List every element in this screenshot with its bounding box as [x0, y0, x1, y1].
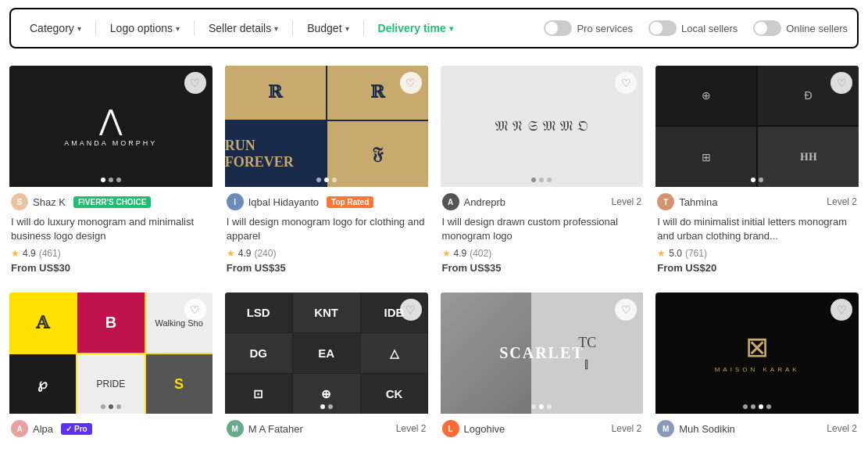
- pro-services-toggle[interactable]: Pro services: [544, 20, 633, 36]
- card-7-dots: [531, 404, 552, 409]
- card-1-image[interactable]: ⋀ AMANDA MORPHY ♡: [9, 66, 213, 187]
- card-1-badge: FIVERR'S CHOICE: [73, 196, 151, 208]
- card-3-dots: [531, 178, 552, 182]
- card-1-title[interactable]: I will do luxury monogram and minimalist…: [11, 215, 211, 243]
- card-8-level: Level 2: [827, 423, 857, 434]
- card-2-price: From US$35: [227, 262, 427, 274]
- card-1-seller-name[interactable]: Shaz K: [33, 196, 66, 208]
- card-6-dots: [320, 404, 333, 409]
- budget-filter[interactable]: Budget ▾: [298, 17, 358, 39]
- card-2-rating-value: 4.9: [238, 248, 252, 259]
- card-4-star: ★: [657, 248, 666, 259]
- delivery-time-filter[interactable]: Delivery time ▾: [369, 17, 463, 39]
- local-sellers-switch[interactable]: [648, 20, 677, 36]
- card-7-image[interactable]: SCARLET TC ⫿ ♡: [441, 293, 644, 414]
- card-3-price: From US$35: [442, 262, 642, 274]
- card-2-rating-count: (240): [254, 248, 276, 259]
- card-1-seller: S Shaz K FIVERR'S CHOICE: [11, 193, 211, 210]
- dot: [547, 178, 552, 182]
- card-4-wishlist[interactable]: ♡: [830, 72, 852, 94]
- card-4-level: Level 2: [827, 196, 857, 207]
- card-5-badge: ✓ Pro: [61, 423, 92, 435]
- monogram-glyph: 𝔑: [513, 118, 523, 135]
- category-filter[interactable]: Category ▾: [20, 17, 91, 39]
- card-1-brandname: AMANDA MORPHY: [64, 139, 157, 147]
- card-3-title[interactable]: I will design drawn custom professional …: [442, 215, 642, 243]
- card-6-body: M M A Fataher Level 2: [225, 414, 428, 448]
- card-3-rating-count: (402): [470, 248, 491, 259]
- card-4-rating-value: 5.0: [669, 248, 682, 259]
- card-2-seller-name[interactable]: Iqbal Hidayanto: [248, 196, 319, 208]
- category-chevron: ▾: [77, 24, 81, 33]
- card-6: LSD KNT IDB DG EA △ ⊡ ⊕ CK ♡ M M A Fatah…: [225, 293, 428, 448]
- card-5-seller: A Alpa ✓ Pro: [11, 420, 211, 437]
- card-3-level: Level 2: [612, 196, 642, 207]
- divider-3: [292, 20, 293, 36]
- card-7-seller-name[interactable]: Logohive: [464, 423, 505, 435]
- card-3-rating: ★ 4.9 (402): [442, 248, 642, 259]
- card-4-image[interactable]: ⊕ Ð ⊞ 𝐇𝐇 ♡: [655, 66, 859, 187]
- cell: DG: [225, 333, 292, 373]
- card-5-wishlist[interactable]: ♡: [184, 299, 206, 321]
- card-2-body: I Iqbal Hidayanto Top Rated I will desig…: [225, 187, 428, 280]
- card-1-wishlist[interactable]: ♡: [184, 72, 206, 94]
- card-2-image[interactable]: ℝ ℝ RUN FOREVER 𝔉 ♡: [225, 66, 428, 187]
- pro-services-switch[interactable]: [544, 20, 572, 36]
- card-4-avatar: T: [657, 193, 674, 210]
- card-6-wishlist[interactable]: ♡: [400, 299, 422, 321]
- card-6-avatar: M: [227, 420, 244, 437]
- card-6-seller-name[interactable]: M A Fataher: [248, 423, 303, 435]
- cell: B: [77, 293, 144, 353]
- monogram-glyph: 𝔐: [560, 118, 573, 135]
- card-6-seller: M M A Fataher Level 2: [227, 420, 427, 437]
- card-4-price: From US$20: [657, 262, 857, 274]
- dot: [531, 404, 536, 409]
- card-2-title[interactable]: I will design monogram logo for clothing…: [227, 215, 427, 243]
- card-5-seller-name[interactable]: Alpa: [33, 423, 53, 435]
- online-sellers-toggle[interactable]: Online sellers: [753, 20, 848, 36]
- card-7-body: L Logohive Level 2: [441, 414, 644, 448]
- card-5-image[interactable]: 𝔸 B Walking Sho ℘ PRIDE S ♡: [9, 293, 213, 414]
- delivery-time-chevron: ▾: [449, 24, 453, 33]
- monogram-glyph: 𝔐: [495, 118, 508, 135]
- card-4-title[interactable]: I will do minimalist initial letters mon…: [657, 215, 857, 243]
- card-4-seller-name[interactable]: Tahmina: [679, 196, 717, 208]
- card-3-wishlist[interactable]: ♡: [615, 72, 637, 94]
- card-1-rating-count: (461): [39, 248, 61, 259]
- mono2: ⫿: [584, 356, 591, 372]
- cell: ℘: [9, 354, 76, 415]
- card-1-body: S Shaz K FIVERR'S CHOICE I will do luxur…: [9, 187, 213, 280]
- card-3-image[interactable]: 𝔐 𝔑 𝔖 𝔐 𝔐 𝔒 ♡: [441, 66, 644, 187]
- card-6-image[interactable]: LSD KNT IDB DG EA △ ⊡ ⊕ CK ♡: [225, 293, 428, 414]
- card-8-image[interactable]: ⊠ MAISON KARAK ♡: [655, 293, 859, 414]
- card-2-badge: Top Rated: [327, 196, 373, 208]
- cell: ⊡: [225, 374, 292, 414]
- card-4-rating: ★ 5.0 (761): [657, 248, 857, 259]
- dot: [759, 404, 763, 409]
- budget-chevron: ▾: [345, 24, 349, 33]
- local-sellers-toggle[interactable]: Local sellers: [648, 20, 738, 36]
- cell: ⊞: [655, 127, 756, 187]
- card-3-price-value: From US$35: [442, 262, 502, 274]
- card-3-avatar: A: [442, 193, 459, 210]
- dot: [332, 178, 337, 182]
- cell: CK: [361, 374, 428, 414]
- seller-details-filter[interactable]: Seller details ▾: [199, 17, 288, 39]
- card-7-scarlet: SCARLET: [499, 344, 584, 362]
- card-7-level: Level 2: [612, 423, 642, 434]
- online-sellers-switch[interactable]: [753, 20, 781, 36]
- card-8-wishlist[interactable]: ♡: [830, 299, 852, 321]
- logo-options-filter[interactable]: Logo options ▾: [101, 17, 189, 39]
- card-4-price-value: From US$20: [657, 262, 716, 274]
- card-8-seller-name[interactable]: Muh Sodikin: [679, 423, 735, 435]
- cell: RUN FOREVER: [225, 121, 326, 188]
- cell: LSD: [225, 293, 292, 332]
- card-3: 𝔐 𝔑 𝔖 𝔐 𝔐 𝔒 ♡ A Andreprb Level 2 I will …: [441, 66, 644, 280]
- filter-bar: Category ▾ Logo options ▾ Seller details…: [9, 8, 859, 48]
- card-2-wishlist[interactable]: ♡: [400, 72, 422, 94]
- card-1-monogram: ⋀: [99, 106, 123, 135]
- cards-grid: ⋀ AMANDA MORPHY ♡ S Shaz K FIVERR'S CHOI…: [0, 56, 868, 458]
- card-3-seller-name[interactable]: Andreprb: [464, 196, 505, 208]
- cell: EA: [293, 333, 360, 373]
- card-2-dots: [316, 178, 337, 182]
